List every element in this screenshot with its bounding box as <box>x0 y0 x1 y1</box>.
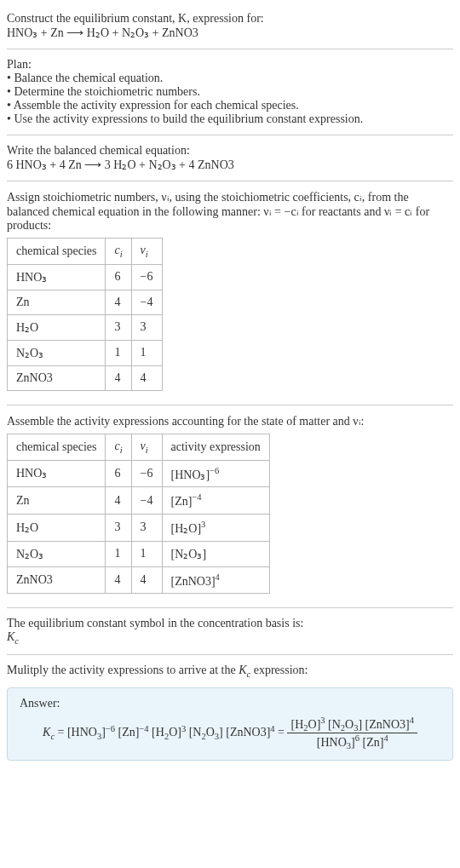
stoich-block: Assign stoichiometric numbers, νᵢ, using… <box>7 185 453 401</box>
col-nui: νi <box>131 239 162 265</box>
species-cell: N₂O₃ <box>8 340 106 365</box>
divider <box>7 405 453 405</box>
prompt-equation: HNO₃ + Zn ⟶ H₂O + N₂O₃ + ZnNO3 <box>7 26 453 40</box>
balanced-block: Write the balanced chemical equation: 6 … <box>7 139 453 177</box>
table-row: ZnNO3 4 4 [ZnNO3]4 <box>8 566 270 594</box>
answer-box: Answer: Kc = [HNO3]−6 [Zn]−4 [H2O]3 [N2O… <box>7 687 453 761</box>
nui-cell: −6 <box>131 460 162 487</box>
multiply-text: Mulitply the activity expressions to arr… <box>7 664 308 676</box>
table-row: HNO₃ 6 −6 [HNO₃]−6 <box>8 460 270 487</box>
table-row: Zn 4 −4 <box>8 290 163 314</box>
ci-cell: 1 <box>106 340 131 365</box>
nui-cell: 1 <box>131 340 162 365</box>
stoich-intro: Assign stoichiometric numbers, νᵢ, using… <box>7 190 453 233</box>
ci-cell: 6 <box>106 460 131 487</box>
activity-cell: [ZnNO3]4 <box>162 566 269 594</box>
activity-cell: [H₂O]3 <box>162 514 269 541</box>
ci-cell: 3 <box>106 514 131 541</box>
kc-denominator: [HNO3]6 [Zn]4 <box>287 733 417 750</box>
table-row: H₂O 3 3 [H₂O]3 <box>8 514 270 541</box>
plan-item: • Assemble the activity expression for e… <box>7 99 453 112</box>
species-cell: Zn <box>8 290 106 314</box>
activity-cell: [Zn]−4 <box>162 487 269 514</box>
table-header-row: chemical species ci νi activity expressi… <box>8 434 270 460</box>
nui-cell: −4 <box>131 290 162 314</box>
kc-symbol-line: The equilibrium constant symbol in the c… <box>7 617 453 630</box>
nui-cell: 4 <box>131 566 162 594</box>
table-row: ZnNO3 4 4 <box>8 365 163 390</box>
nui-cell: 1 <box>131 541 162 566</box>
divider <box>7 654 453 655</box>
col-nui: νi <box>131 434 162 460</box>
activity-block: Assemble the activity expressions accoun… <box>7 409 453 604</box>
divider <box>7 181 453 181</box>
stoich-table: chemical species ci νi HNO₃ 6 −6 Zn 4 −4… <box>7 238 163 391</box>
balanced-heading: Write the balanced chemical equation: <box>7 144 453 158</box>
divider <box>7 135 453 135</box>
species-cell: HNO₃ <box>8 460 106 487</box>
plan-heading: Plan: <box>7 58 453 72</box>
nui-cell: 4 <box>131 365 162 390</box>
species-cell: H₂O <box>8 514 106 541</box>
ci-cell: 1 <box>106 541 131 566</box>
nui-cell: 3 <box>131 314 162 340</box>
kc-symbol-block: The equilibrium constant symbol in the c… <box>7 612 453 651</box>
col-ci: ci <box>106 434 131 460</box>
kc-numerator: [H2O]3 [N2O3] [ZnNO3]4 <box>287 716 417 733</box>
prompt-block: Construct the equilibrium constant, K, e… <box>7 7 453 45</box>
prompt-text: Construct the equilibrium constant, K, e… <box>7 12 264 25</box>
col-activity: activity expression <box>162 434 269 460</box>
prompt-line1: Construct the equilibrium constant, K, e… <box>7 12 453 26</box>
species-cell: HNO₃ <box>8 264 106 290</box>
activity-cell: [N₂O₃] <box>162 541 269 566</box>
nui-cell: −6 <box>131 264 162 290</box>
divider <box>7 607 453 608</box>
activity-cell: [HNO₃]−6 <box>162 460 269 487</box>
nui-cell: 3 <box>131 514 162 541</box>
species-cell: ZnNO3 <box>8 566 106 594</box>
col-species: chemical species <box>8 239 106 265</box>
balanced-equation: 6 HNO₃ + 4 Zn ⟶ 3 H₂O + N₂O₃ + 4 ZnNO3 <box>7 158 453 172</box>
kc-fraction: [H2O]3 [N2O3] [ZnNO3]4 [HNO3]6 [Zn]4 <box>287 716 417 751</box>
kc-symbol: Kc <box>7 630 453 646</box>
plan-item: • Use the activity expressions to build … <box>7 112 453 126</box>
activity-intro: Assemble the activity expressions accoun… <box>7 414 453 428</box>
col-ci: ci <box>106 239 131 265</box>
col-species: chemical species <box>8 434 106 460</box>
plan-item: • Balance the chemical equation. <box>7 72 453 85</box>
table-row: N₂O₃ 1 1 [N₂O₃] <box>8 541 270 566</box>
plan-item: • Determine the stoichiometric numbers. <box>7 85 453 99</box>
species-cell: H₂O <box>8 314 106 340</box>
ci-cell: 4 <box>106 566 131 594</box>
multiply-block: Mulitply the activity expressions to arr… <box>7 658 453 684</box>
table-row: Zn 4 −4 [Zn]−4 <box>8 487 270 514</box>
kc-expression: Kc = [HNO3]−6 [Zn]−4 [H2O]3 [N2O3] [ZnNO… <box>20 716 440 751</box>
species-cell: Zn <box>8 487 106 514</box>
table-row: N₂O₃ 1 1 <box>8 340 163 365</box>
divider <box>7 49 453 49</box>
species-cell: ZnNO3 <box>8 365 106 390</box>
ci-cell: 4 <box>106 487 131 514</box>
table-row: H₂O 3 3 <box>8 314 163 340</box>
answer-label: Answer: <box>20 697 440 710</box>
table-header-row: chemical species ci νi <box>8 239 163 265</box>
activity-table: chemical species ci νi activity expressi… <box>7 434 270 594</box>
species-cell: N₂O₃ <box>8 541 106 566</box>
ci-cell: 3 <box>106 314 131 340</box>
ci-cell: 4 <box>106 290 131 314</box>
ci-cell: 4 <box>106 365 131 390</box>
plan-block: Plan: • Balance the chemical equation. •… <box>7 53 453 131</box>
table-row: HNO₃ 6 −6 <box>8 264 163 290</box>
nui-cell: −4 <box>131 487 162 514</box>
ci-cell: 6 <box>106 264 131 290</box>
